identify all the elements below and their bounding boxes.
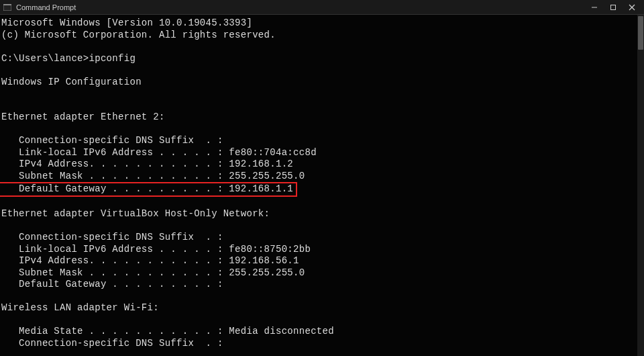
adapter3-dns-suffix: Connection-specific DNS Suffix . : — [1, 338, 223, 349]
adapter2-dns-suffix: Connection-specific DNS Suffix . : — [1, 232, 223, 242]
scrollbar-thumb[interactable] — [638, 16, 643, 50]
header-line-1: Microsoft Windows [Version 10.0.19045.33… — [1, 17, 252, 28]
svg-rect-3 — [611, 5, 616, 9]
window-controls — [585, 1, 641, 14]
window-title: Command Prompt — [16, 3, 585, 11]
terminal-area[interactable]: Microsoft Windows [Version 10.0.19045.33… — [0, 15, 644, 356]
adapter2-subnet: Subnet Mask . . . . . . . . . . . : 255.… — [1, 267, 305, 278]
cmd-icon — [3, 3, 12, 12]
adapter1-gateway: Default Gateway . . . . . . . . . : 192.… — [1, 183, 293, 194]
adapter1-ipv4: IPv4 Address. . . . . . . . . . . : 192.… — [1, 159, 293, 169]
adapter1-subnet: Subnet Mask . . . . . . . . . . . : 255.… — [1, 171, 305, 181]
adapter1-title: Ethernet adapter Ethernet 2: — [1, 112, 165, 122]
close-button[interactable] — [623, 1, 641, 14]
maximize-button[interactable] — [604, 1, 623, 14]
adapter1-link-local: Link-local IPv6 Address . . . . . : fe80… — [1, 147, 317, 158]
adapter3-title: Wireless LAN adapter Wi-Fi: — [1, 302, 159, 313]
adapter2-link-local: Link-local IPv6 Address . . . . . : fe80… — [1, 244, 311, 255]
ipconfig-title: Windows IP Configuration — [1, 77, 142, 87]
adapter3-media-state: Media State . . . . . . . . . . . : Medi… — [1, 326, 334, 337]
minimize-button[interactable] — [585, 1, 604, 14]
scrollbar-vertical[interactable] — [637, 15, 644, 356]
default-gateway-highlight: Default Gateway . . . . . . . . . : 192.… — [0, 182, 297, 197]
adapter1-dns-suffix: Connection-specific DNS Suffix . : — [1, 135, 223, 146]
window-titlebar: Command Prompt — [0, 0, 644, 15]
header-line-2: (c) Microsoft Corporation. All rights re… — [1, 30, 276, 40]
adapter2-title: Ethernet adapter VirtualBox Host-Only Ne… — [1, 208, 270, 219]
svg-rect-1 — [3, 4, 11, 5]
prompt-line: C:\Users\lance>ipconfig — [1, 53, 136, 64]
adapter2-ipv4: IPv4 Address. . . . . . . . . . . : 192.… — [1, 255, 299, 266]
adapter2-gateway: Default Gateway . . . . . . . . . : — [1, 279, 223, 290]
terminal-output: Microsoft Windows [Version 10.0.19045.33… — [1, 17, 643, 356]
